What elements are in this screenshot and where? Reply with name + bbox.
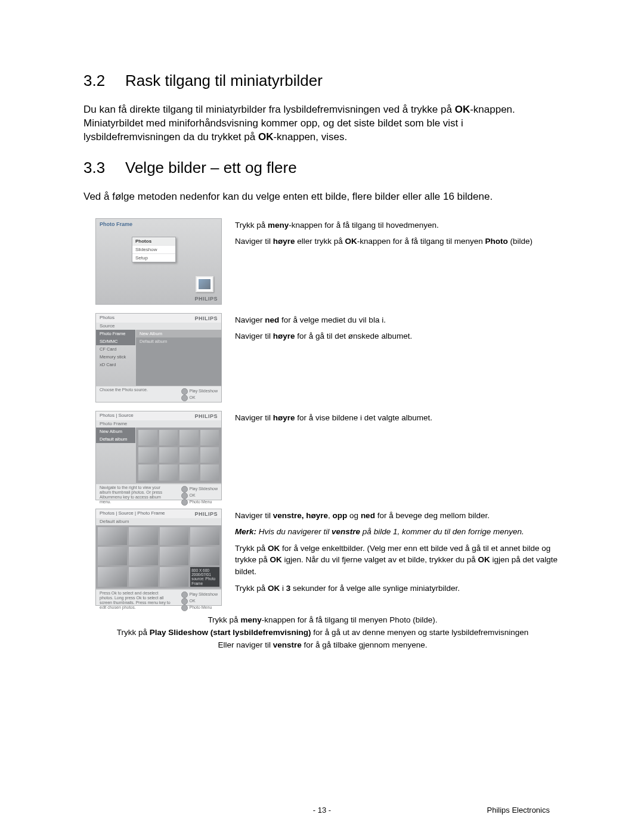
list-item: New Album [96, 428, 135, 435]
text: eller trykk på [295, 237, 345, 246]
screenshot-album-thumbs: Photos | Source PHILIPS Photo Frame New … [95, 411, 222, 500]
text: Photo Menu [190, 500, 212, 504]
brand-label: PHILIPS [194, 511, 218, 517]
text: for å bevege deg mellom bilder. [375, 511, 490, 520]
screenshot-rightcol: New Album Default album [136, 330, 221, 388]
thumbnail-caption: 800 X 600 2006/07/01 source: Photo Frame [190, 567, 219, 587]
heading-3-2-title: Rask tilgang til miniatyrbilder [125, 72, 323, 90]
text: Du kan få direkte tilgang til miniatyrbi… [83, 104, 455, 115]
text-bold: venstre [273, 640, 302, 649]
thumbnail [138, 447, 157, 463]
thumbnail [200, 447, 219, 463]
text: for å velge mediet du vil bla i. [279, 315, 386, 324]
text: Naviger [235, 315, 265, 324]
text: OK [190, 493, 196, 497]
text-bold: OK [345, 237, 357, 246]
document-page: 3.2 Rask tilgang til miniatyrbilder Du k… [0, 0, 644, 833]
step-2-text: Naviger ned for å velge mediet du vil bl… [222, 313, 562, 347]
list-item: xD Card [96, 361, 135, 368]
thumbnail [190, 527, 219, 546]
text: for å gå ut av denne menyen og starte ly… [311, 628, 529, 637]
text-bold: høyre [273, 237, 295, 246]
screenshot-main-menu: Photo Frame Photos Slideshow Setup PHILI… [95, 218, 222, 305]
screenshot-footer: Choose the Photo source. Play Slideshow … [96, 386, 221, 402]
step-4-text: Naviger til venstre, høyre, opp og ned f… [222, 509, 562, 599]
thumbnail [138, 465, 157, 480]
text: Navigate to the right to view your album… [100, 485, 171, 504]
text-bold: OK [478, 555, 490, 564]
thumbnail [160, 527, 189, 546]
screenshot-menu-card: Photos Slideshow Setup [132, 237, 176, 262]
menu-item: Slideshow [132, 246, 175, 254]
text: Eller naviger til [218, 640, 273, 649]
text-bold: høyre [273, 413, 295, 422]
list-item: CF Card [96, 345, 135, 353]
screenshot-leftcol: Photo Frame SD/MMC CF Card Memory stick … [96, 330, 135, 388]
text: for å gå tilbake gjennom menyene. [302, 640, 428, 649]
text-bold: OK [258, 131, 274, 143]
paragraph-3-2: Du kan få direkte tilgang til miniatyrbi… [83, 103, 562, 144]
text: Trykk på [235, 584, 268, 593]
text: Photos [100, 315, 114, 320]
text-bold: OK [268, 584, 280, 593]
thumbnail [160, 547, 189, 565]
page-number: - 13 - [313, 806, 331, 815]
text: Photos | Source [100, 413, 134, 418]
screenshot-title: Photo Frame [100, 221, 132, 227]
text-bold: Photo [485, 237, 507, 246]
step-row-1: Photo Frame Photos Slideshow Setup PHILI… [83, 218, 562, 305]
text: sekunder for å velge alle synlige miniat… [290, 584, 460, 593]
text-bold: OK [455, 104, 470, 115]
thumbnail [179, 447, 199, 463]
brand-label: PHILIPS [194, 315, 218, 321]
text: (bilde) [508, 237, 532, 246]
bottom-instructions: Trykk på meny-knappen for å få tilgang t… [83, 614, 562, 652]
button-icon [181, 388, 188, 395]
thumbnail [138, 430, 157, 445]
list-item: Default album [136, 337, 221, 345]
thumbnail [129, 547, 158, 565]
text: Choose the Photo source. [100, 388, 148, 392]
brand-label: PHILIPS [194, 413, 218, 419]
text-bold: venstre [332, 527, 360, 536]
list-item: New Album [136, 330, 221, 337]
thumbnail [179, 465, 199, 480]
text: Trykk på [208, 615, 240, 624]
step-row-4: Photos | Source | Photo Frame PHILIPS De… [83, 509, 562, 606]
list-item: Memory stick [96, 353, 135, 361]
text-bold: OK [268, 544, 280, 553]
text: Play Slideshow [190, 487, 218, 491]
list-item: Default album [96, 435, 135, 443]
text: Press Ok to select and deselect photos. … [100, 591, 171, 610]
button-icon [181, 592, 188, 598]
footer-actions: Play Slideshow OK Photo Menu [181, 592, 218, 611]
text: Trykk på [117, 628, 150, 637]
step-row-2: Photos PHILIPS Source Photo Frame SD/MMC… [83, 313, 562, 402]
thumbnail [159, 430, 178, 445]
text-bold: OK [270, 555, 282, 564]
text: , [328, 511, 333, 520]
text: for å vise bildene i det valgte albumet. [295, 413, 432, 422]
preview-thumb-icon [196, 276, 213, 292]
step-3-text: Naviger til høyre for å vise bildene i d… [222, 411, 562, 429]
company-name: Philips Electronics [487, 806, 550, 815]
button-icon [181, 605, 188, 611]
screenshot-source-list: Photos PHILIPS Source Photo Frame SD/MMC… [95, 313, 222, 402]
text-bold: Merk: [235, 527, 259, 536]
thumbnail [159, 465, 178, 480]
menu-item: Setup [132, 254, 175, 262]
thumbnail [200, 465, 219, 480]
brand-label: PHILIPS [194, 296, 218, 302]
text: Play Slideshow [190, 389, 218, 393]
text: Naviger til [235, 511, 273, 520]
list-item: Photo Frame [96, 330, 135, 337]
thumbnail-grid [136, 428, 221, 483]
text: igjen. Når du vil fjerne valget av et bi… [282, 555, 478, 564]
thumbnail [159, 447, 178, 463]
text: Trykk på [235, 544, 268, 553]
heading-3-2: 3.2 Rask tilgang til miniatyrbilder [83, 72, 562, 90]
button-icon [181, 493, 188, 499]
text-bold: Play Slideshow (start lysbildefremvisnin… [150, 628, 311, 637]
thumbnail [129, 567, 158, 587]
menu-item: Photos [132, 237, 175, 246]
